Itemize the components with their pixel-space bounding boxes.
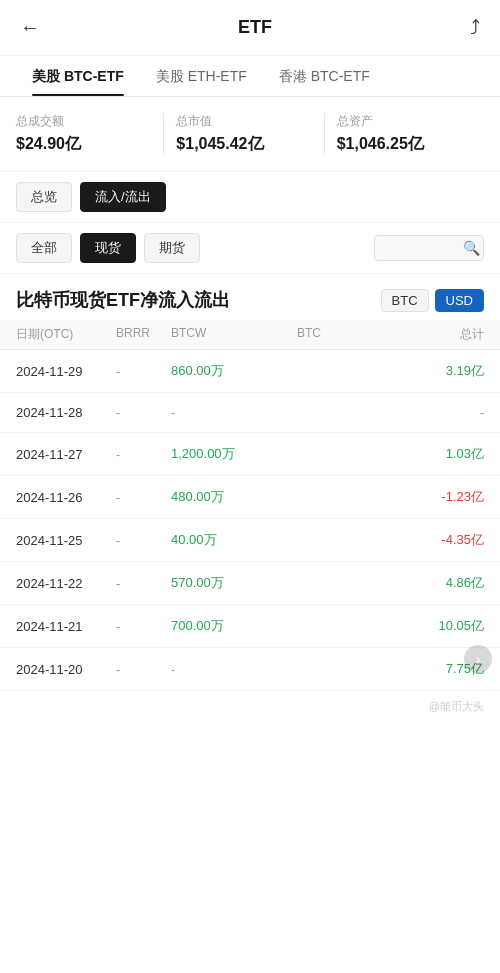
table-row: 2024-11-26 - 480.00万 -1.23亿 <box>0 476 500 519</box>
spot-type-btn[interactable]: 现货 <box>80 233 136 263</box>
stat-marketcap-value: $1,045.42亿 <box>176 134 311 155</box>
search-box[interactable]: 🔍 <box>374 235 484 261</box>
col-header-total: 总计 <box>321 326 484 343</box>
stat-assets-label: 总资产 <box>337 113 472 130</box>
cell-btcw: 480.00万 <box>171 488 246 506</box>
table-row: 2024-11-29 - 860.00万 3.19亿 <box>0 350 500 393</box>
app-header: ← ETF ⤴ <box>0 0 500 56</box>
share-button[interactable]: ⤴ <box>466 12 484 43</box>
search-input[interactable] <box>383 241 463 256</box>
col-header-btcw: BTCW <box>171 326 246 343</box>
cell-btcw: - <box>171 662 246 677</box>
cell-date: 2024-11-22 <box>16 576 116 591</box>
tab-eth-etf[interactable]: 美股 ETH-ETF <box>140 56 263 96</box>
watermark: @能币大头 <box>0 691 500 722</box>
cell-total: 3.19亿 <box>321 362 484 380</box>
cell-brrr: - <box>116 576 171 591</box>
cell-brrr: - <box>116 619 171 634</box>
cell-total: 7.75亿 <box>321 660 484 678</box>
table-row: 2024-11-27 - 1,200.00万 1.03亿 <box>0 433 500 476</box>
back-button[interactable]: ← <box>16 12 44 43</box>
cell-btcw: 40.00万 <box>171 531 246 549</box>
section-title-row: 比特币现货ETF净流入流出 BTC USD <box>0 274 500 320</box>
stat-volume: 总成交额 $24.90亿 <box>16 113 163 155</box>
table-row: 2024-11-28 - - - <box>0 393 500 433</box>
cell-total: - <box>321 405 484 420</box>
cell-brrr: - <box>116 662 171 677</box>
tab-btc-etf[interactable]: 美股 BTC-ETF <box>16 56 140 96</box>
filter-row: 总览 流入/流出 <box>0 172 500 223</box>
cell-total: -1.23亿 <box>321 488 484 506</box>
stat-volume-label: 总成交额 <box>16 113 151 130</box>
cell-date: 2024-11-21 <box>16 619 116 634</box>
cell-date: 2024-11-25 <box>16 533 116 548</box>
stat-volume-value: $24.90亿 <box>16 134 151 155</box>
stat-assets: 总资产 $1,046.25亿 <box>324 113 484 155</box>
cell-brrr: - <box>116 405 171 420</box>
table-body: 2024-11-29 - 860.00万 3.19亿 2024-11-28 - … <box>0 350 500 691</box>
cell-btcw: 860.00万 <box>171 362 246 380</box>
btc-currency-btn[interactable]: BTC <box>381 289 429 312</box>
cell-brrr: - <box>116 490 171 505</box>
table-row: 2024-11-25 - 40.00万 -4.35亿 <box>0 519 500 562</box>
table-row: 2024-11-22 - 570.00万 4.86亿 <box>0 562 500 605</box>
cell-total: -4.35亿 <box>321 531 484 549</box>
col-header-date: 日期(OTC) <box>16 326 116 343</box>
overview-filter-btn[interactable]: 总览 <box>16 182 72 212</box>
all-type-btn[interactable]: 全部 <box>16 233 72 263</box>
cell-brrr: - <box>116 533 171 548</box>
currency-toggle: BTC USD <box>381 289 484 312</box>
tab-hk-btc-etf[interactable]: 香港 BTC-ETF <box>263 56 386 96</box>
cell-total: 10.05亿 <box>321 617 484 635</box>
table-row: 2024-11-20 - - 7.75亿 <box>0 648 500 691</box>
cell-btcw: 570.00万 <box>171 574 246 592</box>
top-tabs: 美股 BTC-ETF 美股 ETH-ETF 香港 BTC-ETF <box>0 56 500 97</box>
scroll-arrow[interactable]: › <box>464 645 492 673</box>
cell-date: 2024-11-26 <box>16 490 116 505</box>
cell-date: 2024-11-27 <box>16 447 116 462</box>
search-icon: 🔍 <box>463 240 480 256</box>
inout-filter-btn[interactable]: 流入/流出 <box>80 182 166 212</box>
cell-btcw: 700.00万 <box>171 617 246 635</box>
futures-type-btn[interactable]: 期货 <box>144 233 200 263</box>
cell-brrr: - <box>116 447 171 462</box>
cell-brrr: - <box>116 364 171 379</box>
cell-btcw: - <box>171 405 246 420</box>
cell-date: 2024-11-28 <box>16 405 116 420</box>
header-title: ETF <box>238 17 272 38</box>
col-header-btc: BTC <box>246 326 321 343</box>
table-row: 2024-11-21 - 700.00万 10.05亿 <box>0 605 500 648</box>
col-header-brrr: BRRR <box>116 326 171 343</box>
section-title: 比特币现货ETF净流入流出 <box>16 288 230 312</box>
stat-marketcap: 总市值 $1,045.42亿 <box>163 113 323 155</box>
cell-total: 4.86亿 <box>321 574 484 592</box>
usd-currency-btn[interactable]: USD <box>435 289 484 312</box>
cell-date: 2024-11-29 <box>16 364 116 379</box>
cell-total: 1.03亿 <box>321 445 484 463</box>
type-filter-row: 全部 现货 期货 🔍 <box>0 223 500 274</box>
stat-assets-value: $1,046.25亿 <box>337 134 472 155</box>
stat-marketcap-label: 总市值 <box>176 113 311 130</box>
stats-section: 总成交额 $24.90亿 总市值 $1,045.42亿 总资产 $1,046.2… <box>0 97 500 172</box>
cell-date: 2024-11-20 <box>16 662 116 677</box>
table-header: 日期(OTC) BRRR BTCW BTC 总计 <box>0 320 500 350</box>
cell-btcw: 1,200.00万 <box>171 445 246 463</box>
